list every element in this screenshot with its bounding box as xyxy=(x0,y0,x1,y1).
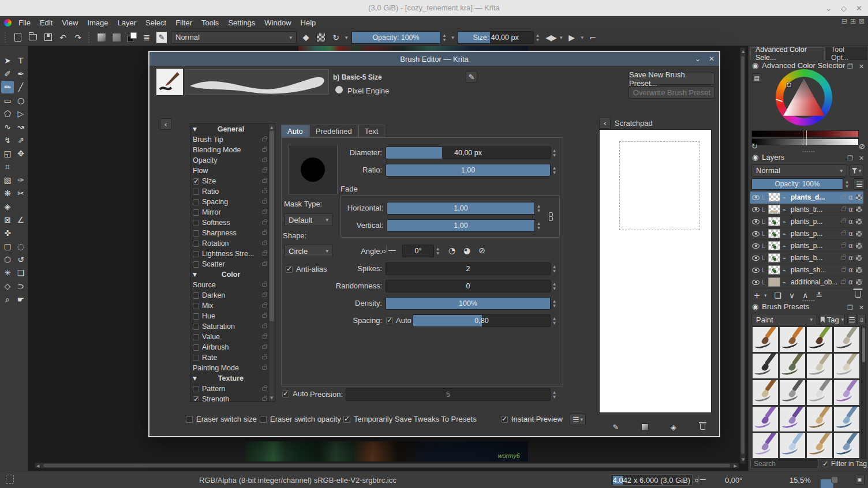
reload-caret-icon[interactable]: ▾ xyxy=(345,35,348,40)
brush-option-row[interactable]: ▼ Size xyxy=(190,176,275,186)
ratio-spinner[interactable]: ▲▼ xyxy=(551,164,558,177)
open-document-button[interactable] xyxy=(27,32,39,43)
brush-option-row[interactable]: ▼ Strength xyxy=(190,394,275,402)
lock-icon[interactable] xyxy=(262,262,267,266)
opacity-spinner[interactable]: ▲▼ xyxy=(441,31,448,44)
add-layer-caret-icon[interactable]: ▾ xyxy=(764,292,767,298)
inherit-alpha-icon[interactable] xyxy=(856,194,862,200)
brush-preset-thumbnail[interactable] xyxy=(752,326,779,352)
lock-icon[interactable] xyxy=(262,397,267,401)
gradient-tool[interactable]: ▧ xyxy=(1,174,14,186)
alpha-lock-icon[interactable]: α xyxy=(848,206,853,213)
dialog-collapse-icon[interactable]: ⌄ xyxy=(695,55,701,63)
brush-option-row[interactable]: ▼ Sharpness xyxy=(190,228,275,238)
toolbar-handle[interactable] xyxy=(5,32,8,43)
presets-scrollbar[interactable] xyxy=(861,326,866,459)
menu-item[interactable]: View xyxy=(57,18,83,27)
layer-lock-icon[interactable] xyxy=(841,256,845,260)
brush-option-row[interactable]: ▼ Airbrush xyxy=(190,342,275,352)
precision-slider[interactable]: 5 ▲▼ xyxy=(346,388,558,401)
option-checkbox[interactable] xyxy=(193,334,199,340)
lock-icon[interactable] xyxy=(262,221,267,224)
spikes-spinner[interactable]: ▲▼ xyxy=(551,262,558,275)
scratchpad-gradient-icon[interactable] xyxy=(638,421,651,433)
brush-option-row[interactable]: ▼ Color xyxy=(190,269,275,280)
layer-name[interactable]: plants_p... xyxy=(791,242,839,250)
lock-icon[interactable] xyxy=(262,387,267,391)
layer-opacity-slider[interactable]: Opacity: 100% ▲▼ xyxy=(751,178,851,190)
spikes-slider[interactable]: 2 ▲▼ xyxy=(386,262,558,275)
layer-row[interactable]: L ⌁ additional_ob... α xyxy=(750,276,863,288)
option-checkbox[interactable] xyxy=(193,292,199,299)
layer-filter-button[interactable]: ▾ xyxy=(850,164,863,177)
dialog-titlebar[interactable]: Brush Editor — Krita ⌄ ✕ xyxy=(149,52,719,66)
option-checkbox[interactable] xyxy=(193,251,199,257)
color-selector-settings-button[interactable]: ▤ xyxy=(752,73,761,82)
save-tweaks-checkbox[interactable] xyxy=(343,416,350,423)
lock-icon[interactable] xyxy=(262,169,267,172)
brush-option-row[interactable]: ▼ Hue xyxy=(190,311,275,321)
layers-menu-button[interactable]: ☰ xyxy=(854,178,865,190)
brush-option-row[interactable]: ▼ Rotation xyxy=(190,238,275,249)
instant-preview-row[interactable]: Instant Preview xyxy=(501,415,563,423)
close-icon[interactable]: ✕ xyxy=(856,4,862,13)
freehand-select-tool[interactable]: ↺ xyxy=(14,253,27,266)
brush-option-row[interactable]: ▼ Softness xyxy=(190,217,275,228)
spacing-slider[interactable]: 0,80 ▲▼ xyxy=(413,314,558,327)
eraser-switch-size-row[interactable]: Eraser switch size xyxy=(186,415,257,423)
scratchpad-canvas[interactable] xyxy=(599,129,712,413)
brush-option-row[interactable]: ▼ Saturation xyxy=(190,321,275,332)
close-docker-icon[interactable]: ✕ xyxy=(859,155,864,162)
layer-lock-icon[interactable] xyxy=(841,244,845,247)
opacity-caret-icon[interactable]: ▾ xyxy=(452,35,455,40)
close-docker-icon[interactable]: ✕ xyxy=(859,63,864,70)
angle-spinner[interactable]: ▲▼ xyxy=(434,245,442,257)
brush-editor-toggle[interactable]: ✎ xyxy=(156,32,167,43)
layer-lock-icon[interactable] xyxy=(841,208,845,211)
lock-icon[interactable] xyxy=(262,179,267,183)
layer-lock-icon[interactable] xyxy=(841,220,845,223)
option-checkbox[interactable] xyxy=(193,313,199,320)
presets-menu-button[interactable]: ☰ xyxy=(847,314,856,325)
brush-option-row[interactable]: ▼ Darken xyxy=(190,290,275,301)
lock-icon[interactable] xyxy=(262,325,267,328)
option-checkbox[interactable] xyxy=(193,189,199,195)
layer-visibility-icon[interactable] xyxy=(752,243,760,249)
vertical-fade-spinner[interactable]: ▲▼ xyxy=(535,219,542,232)
lock-icon[interactable] xyxy=(262,366,267,370)
brush-preset-thumbnail[interactable] xyxy=(752,406,779,432)
bezier-select-tool[interactable]: ◇ xyxy=(1,280,14,292)
option-checkbox[interactable] xyxy=(193,230,199,237)
layer-properties-button[interactable]: ≛ xyxy=(816,291,823,300)
layer-thumbnail[interactable] xyxy=(768,277,780,287)
pattern-tool[interactable]: ❋ xyxy=(1,187,14,200)
brush-option-row[interactable]: ▼ Mirror xyxy=(190,207,275,217)
tab-advanced-color-selector[interactable]: Advanced Color Sele... xyxy=(750,47,825,60)
save-document-button[interactable] xyxy=(42,32,54,43)
edit-shapes-tool[interactable]: ✐ xyxy=(1,67,14,80)
precision-auto-checkbox[interactable] xyxy=(282,391,289,397)
layer-thumbnail[interactable] xyxy=(768,265,780,275)
fill-tool[interactable]: ◈ xyxy=(1,200,14,213)
add-layer-button[interactable]: ＋ xyxy=(752,288,762,302)
lock-icon[interactable] xyxy=(262,211,267,214)
option-checkbox[interactable] xyxy=(193,386,199,392)
layer-row[interactable]: L ⌁ plants_sh... α xyxy=(750,264,863,276)
brush-option-row[interactable]: ▼ Blending Mode xyxy=(190,145,275,155)
dock-right-icon[interactable]: ⊞ xyxy=(850,17,856,25)
brush-option-row[interactable]: ▼ Scatter xyxy=(190,259,275,269)
delete-layer-button[interactable] xyxy=(855,290,860,299)
layer-row[interactable]: L ⌁ plants_p... α xyxy=(750,216,863,228)
rect-select-tool[interactable]: ▢ xyxy=(1,240,14,253)
vertical-fade-slider[interactable]: 1,00 ▲▼ xyxy=(387,219,542,232)
alpha-lock-icon[interactable]: α xyxy=(848,266,853,273)
alpha-lock-icon[interactable]: α xyxy=(848,194,853,201)
spacing-spinner[interactable]: ▲▼ xyxy=(551,314,558,327)
layer-visibility-icon[interactable] xyxy=(752,256,760,261)
mask-tab[interactable]: Auto xyxy=(281,125,309,137)
save-tweaks-row[interactable]: Temporarily Save Tweaks To Presets xyxy=(343,415,477,423)
mirror-vertical-button[interactable]: ▶ xyxy=(566,32,578,43)
preset-search-input[interactable] xyxy=(750,459,818,468)
layer-thumbnail[interactable] xyxy=(768,229,780,238)
alpha-lock-icon[interactable]: α xyxy=(848,279,853,286)
